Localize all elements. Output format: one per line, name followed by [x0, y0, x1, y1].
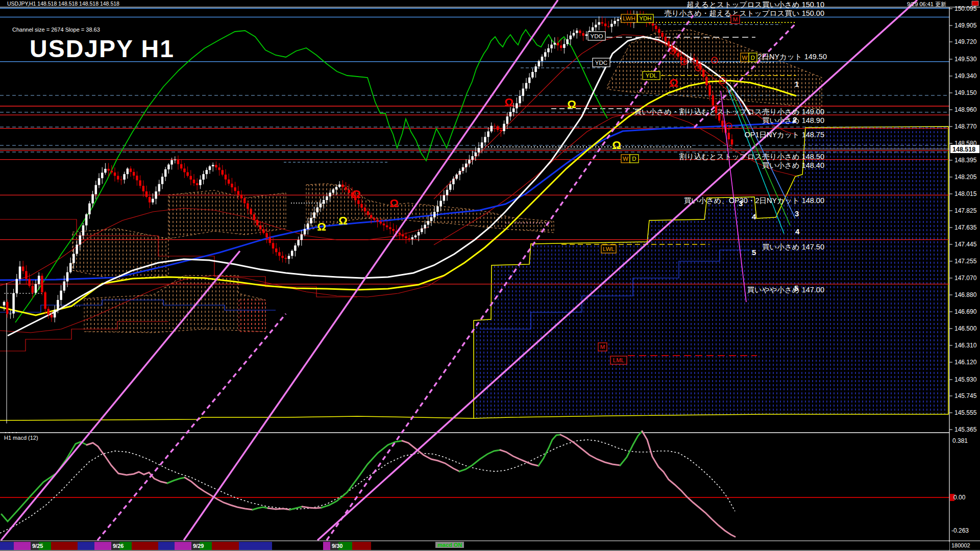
- svg-text:147.825: 147.825: [954, 207, 977, 214]
- svg-text:M: M: [733, 16, 738, 22]
- price-annotation[interactable]: 買い小さめ・割り込むとストップロス売り小さめ 149.00: [634, 108, 824, 116]
- svg-text:Ω: Ω: [504, 96, 513, 109]
- price-annotation[interactable]: OP1日NYカット 148.75: [744, 131, 824, 139]
- svg-text:149.340: 149.340: [954, 72, 977, 80]
- svg-text:YDH: YDH: [639, 15, 651, 21]
- svg-text:W: W: [623, 156, 628, 162]
- svg-text:Ω: Ω: [352, 188, 361, 201]
- svg-text:M: M: [600, 344, 605, 350]
- svg-text:150.095: 150.095: [954, 5, 977, 12]
- svg-text:Ω: Ω: [612, 139, 621, 152]
- chart-canvas[interactable]: ΩΩΩΩΩΩΩΩ150.095149.905149.720149.530149.…: [0, 0, 980, 551]
- svg-text:3: 3: [739, 199, 743, 208]
- svg-text:0.381: 0.381: [952, 437, 968, 444]
- svg-text:4: 4: [795, 227, 800, 236]
- svg-text:9/30: 9/30: [332, 543, 342, 549]
- tick-counter: 180002: [951, 542, 970, 548]
- svg-text:149.720: 149.720: [954, 38, 977, 45]
- svg-text:Ω: Ω: [669, 77, 678, 89]
- svg-text:9/29: 9/29: [193, 543, 204, 549]
- svg-text:9/26: 9/26: [113, 543, 124, 549]
- svg-text:9/25: 9/25: [32, 543, 43, 549]
- svg-text:2: 2: [793, 115, 797, 124]
- price-annotation[interactable]: OP2日NYカット 149.50: [747, 53, 827, 61]
- price-annotation[interactable]: 超えるとストップロス買い小さめ 150.10: [687, 1, 824, 9]
- svg-text:5: 5: [752, 248, 756, 257]
- svg-text:145.365: 145.365: [954, 426, 977, 433]
- svg-text:148.770: 148.770: [954, 123, 977, 130]
- svg-text:145.745: 145.745: [954, 392, 977, 399]
- macd-on-button[interactable]: macd ON: [435, 542, 464, 548]
- last-update-time: 9/29 06:41 更新: [907, 1, 946, 8]
- price-annotation[interactable]: 割り込むとストップロス売り小さめ 148.50: [679, 153, 824, 161]
- svg-text:YDL: YDL: [646, 72, 657, 79]
- svg-text:149.905: 149.905: [954, 22, 977, 29]
- price-annotation[interactable]: 買い小さめ、OP30・2日NYカット 148.00: [684, 196, 824, 205]
- macd-indicator-label: H1 macd (12): [4, 435, 38, 441]
- svg-text:4: 4: [752, 212, 756, 221]
- svg-text:1: 1: [795, 80, 799, 88]
- svg-text:LML: LML: [613, 357, 625, 363]
- trading-chart-window: ΩΩΩΩΩΩΩΩ150.095149.905149.720149.530149.…: [0, 0, 980, 551]
- svg-text:149.530: 149.530: [954, 56, 977, 63]
- svg-text:3: 3: [795, 209, 799, 218]
- svg-text:148.960: 148.960: [954, 106, 977, 113]
- svg-text:W: W: [742, 55, 748, 61]
- svg-text:LWH: LWH: [623, 15, 635, 21]
- channel-info-label: Channel size = 2674 Slope = 38.63: [12, 27, 100, 33]
- svg-text:D: D: [632, 156, 636, 162]
- svg-text:D: D: [751, 55, 755, 61]
- svg-text:148.015: 148.015: [954, 190, 977, 197]
- svg-text:YDO: YDO: [591, 33, 603, 39]
- svg-text:146.120: 146.120: [954, 359, 977, 366]
- svg-text:147.255: 147.255: [954, 258, 977, 265]
- svg-text:148.205: 148.205: [954, 173, 977, 181]
- svg-text:148.518: 148.518: [952, 146, 975, 153]
- price-annotation[interactable]: 買い小さめ 148.40: [762, 161, 824, 169]
- svg-text:146.310: 146.310: [954, 342, 977, 349]
- chart-watermark: USDJPY H1: [30, 35, 175, 63]
- svg-text:147.445: 147.445: [954, 241, 977, 248]
- svg-text:145.930: 145.930: [954, 376, 977, 383]
- svg-text:146.500: 146.500: [954, 325, 977, 332]
- svg-text:0.00: 0.00: [953, 494, 966, 501]
- price-annotation[interactable]: 売り小さめ・超えるとストップロス買い 150.00: [664, 9, 824, 17]
- svg-text:Ω: Ω: [389, 197, 399, 210]
- svg-text:146.690: 146.690: [954, 308, 977, 315]
- symbol-quote-line: USDJPY,H1 148.518 148.518 148.518 148.51…: [7, 1, 119, 7]
- price-annotation[interactable]: 買いやや小さめ 147.00: [747, 286, 824, 294]
- svg-text:Ω: Ω: [567, 98, 576, 111]
- svg-text:145.555: 145.555: [954, 409, 977, 416]
- session-timeline[interactable]: 9/259/269/299/30: [0, 542, 949, 550]
- svg-text:146.880: 146.880: [954, 291, 977, 298]
- svg-text:147.635: 147.635: [954, 224, 977, 231]
- svg-text:-0.263: -0.263: [951, 527, 969, 534]
- svg-text:Ω: Ω: [338, 214, 348, 227]
- svg-text:LWL: LWL: [603, 246, 615, 252]
- svg-text:5: 5: [794, 284, 798, 292]
- svg-text:149.150: 149.150: [954, 89, 977, 96]
- svg-text:YDC: YDC: [595, 60, 607, 66]
- price-annotation[interactable]: 買い小さめ 147.50: [762, 243, 824, 251]
- svg-text:148.395: 148.395: [954, 157, 977, 164]
- svg-text:Ω: Ω: [317, 220, 326, 233]
- svg-text:147.070: 147.070: [954, 274, 977, 282]
